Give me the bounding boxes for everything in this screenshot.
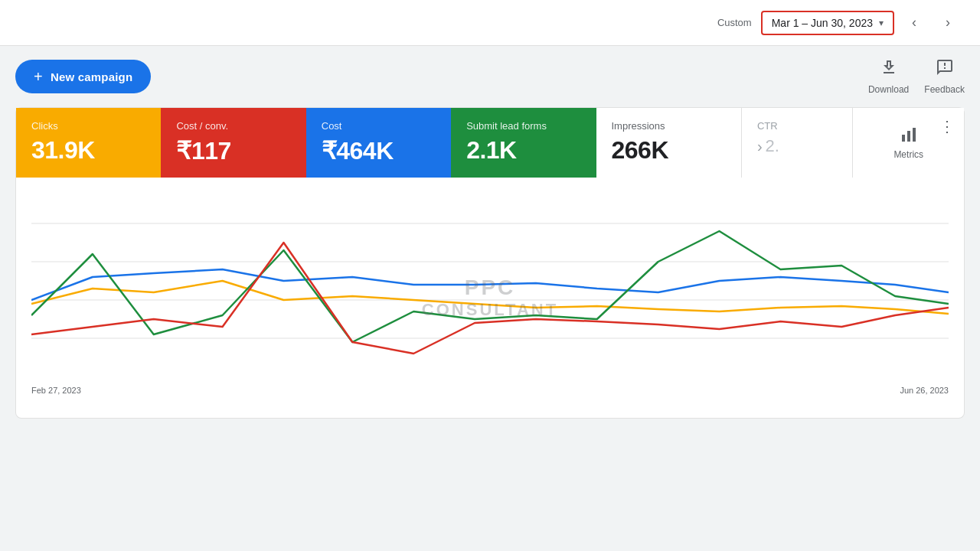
chevron-left-icon: ‹ — [912, 15, 916, 31]
clicks-label: Clicks — [31, 120, 145, 132]
cost-conv-value: ₹117 — [176, 136, 290, 165]
action-right: Download Feedback — [868, 58, 965, 95]
metric-card-impressions[interactable]: Impressions 266K — [596, 108, 742, 178]
date-range-picker[interactable]: Mar 1 – Jun 30, 2023 ▾ — [761, 11, 894, 35]
more-options-icon[interactable]: ⋮ — [939, 117, 955, 135]
custom-label: Custom — [717, 17, 752, 28]
top-bar: Custom Mar 1 – Jun 30, 2023 ▾ ‹ › — [0, 0, 980, 46]
chevron-down-icon: ▾ — [879, 18, 884, 28]
metric-card-lead[interactable]: Submit lead forms 2.1K — [451, 108, 596, 178]
bar-chart-icon — [900, 126, 918, 146]
clicks-value: 31.9K — [31, 136, 145, 165]
next-period-button[interactable]: › — [934, 9, 962, 37]
impressions-label: Impressions — [612, 120, 726, 132]
lead-label: Submit lead forms — [466, 120, 580, 132]
metric-card-ctr[interactable]: CTR › 2. — [742, 108, 854, 178]
ctr-content: CTR › 2. — [757, 120, 779, 156]
impressions-value: 266K — [612, 136, 726, 165]
chart-area: PPC CONSULTANT Feb 27, 2023 Jun 26, 2023 — [15, 178, 965, 419]
download-button[interactable]: Download — [868, 58, 909, 95]
metrics-button[interactable]: Metrics — [893, 126, 923, 160]
chart-start-date: Feb 27, 2023 — [31, 386, 81, 395]
chart-dates: Feb 27, 2023 Jun 26, 2023 — [31, 380, 949, 395]
svg-rect-1 — [907, 131, 910, 142]
cost-value: ₹464K — [322, 136, 436, 165]
feedback-label: Feedback — [924, 84, 965, 95]
metric-card-cost-conv[interactable]: Cost / conv. ₹117 — [161, 108, 305, 178]
download-icon — [880, 58, 898, 81]
metrics-row: Clicks 31.9K Cost / conv. ₹117 Cost ₹464… — [15, 107, 965, 178]
ctr-arrow-icon: › — [757, 138, 763, 155]
metric-card-cost[interactable]: Cost ₹464K — [306, 108, 451, 178]
cost-conv-label: Cost / conv. — [176, 120, 290, 132]
lead-value: 2.1K — [466, 136, 580, 165]
svg-rect-2 — [913, 128, 916, 142]
metric-card-metrics-wrap: ⋮ Metrics — [853, 108, 964, 178]
chart-end-date: Jun 26, 2023 — [900, 386, 949, 395]
date-range-text: Mar 1 – Jun 30, 2023 — [772, 17, 873, 29]
main-content: + New campaign Download Feedback — [0, 46, 980, 431]
ctr-label: CTR — [757, 120, 779, 132]
ctr-value: › 2. — [757, 136, 779, 156]
prev-period-button[interactable]: ‹ — [900, 9, 928, 37]
cost-label: Cost — [322, 120, 436, 132]
feedback-icon — [936, 58, 954, 81]
action-bar: + New campaign Download Feedback — [15, 58, 965, 95]
new-campaign-label: New campaign — [51, 70, 132, 83]
plus-icon: + — [34, 69, 43, 84]
new-campaign-button[interactable]: + New campaign — [15, 60, 151, 93]
chevron-right-icon: › — [946, 15, 950, 31]
chart-svg — [31, 193, 949, 377]
download-label: Download — [868, 84, 909, 95]
svg-rect-0 — [902, 135, 905, 142]
feedback-button[interactable]: Feedback — [924, 58, 965, 95]
metrics-label: Metrics — [893, 149, 923, 160]
metric-card-clicks[interactable]: Clicks 31.9K — [16, 108, 161, 178]
